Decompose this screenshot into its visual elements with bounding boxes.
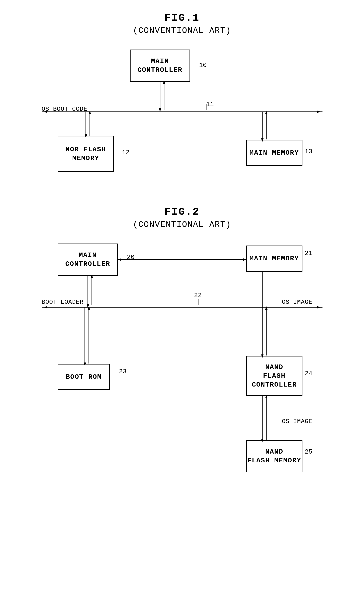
fig1-bus-label: 11 <box>206 101 214 108</box>
fig2-subtitle: (CONVENTIONAL ART) <box>16 220 348 230</box>
svg-marker-20 <box>87 304 89 308</box>
fig1-ref-13: 13 <box>305 148 312 155</box>
svg-marker-17 <box>117 258 121 261</box>
fig2-os-image-2-label: OS IMAGE <box>282 418 312 425</box>
svg-marker-24 <box>44 306 47 308</box>
fig2-title: FIG.2 <box>16 206 348 218</box>
fig2-boot-loader-label: BOOT LOADER <box>42 299 84 306</box>
page: FIG.1 (CONVENTIONAL ART) MAINCONTROLLER … <box>0 0 364 496</box>
fig2-main-memory-box: MAIN MEMORY <box>246 246 302 272</box>
fig1-diagram: MAINCONTROLLER 10 NOR FLASHMEMORY 12 MAI… <box>42 50 323 186</box>
fig2-os-image-1-label: OS IMAGE <box>282 299 312 306</box>
fig2-ref-20: 20 <box>127 254 135 261</box>
fig2-bus-label: 22 <box>194 292 202 299</box>
fig1-section: FIG.1 (CONVENTIONAL ART) MAINCONTROLLER … <box>16 12 348 186</box>
svg-marker-6 <box>317 110 321 113</box>
fig1-title: FIG.1 <box>16 12 348 24</box>
fig1-main-controller-box: MAINCONTROLLER <box>130 50 190 82</box>
svg-marker-25 <box>317 306 321 308</box>
svg-marker-1 <box>159 108 161 112</box>
fig2-nand-flash-mem-box: NANDFLASH MEMORY <box>246 440 302 472</box>
fig2-boot-rom-box: BOOT ROM <box>58 364 110 390</box>
fig2-section: FIG.2 (CONVENTIONAL ART) MAINCONTROLLER … <box>16 206 348 484</box>
fig2-ref-25: 25 <box>305 448 312 456</box>
svg-marker-34 <box>265 306 267 310</box>
fig2-diagram: MAINCONTROLLER 20 MAIN MEMORY 21 BOOT RO… <box>42 243 323 484</box>
fig2-ref-23: 23 <box>119 368 126 375</box>
fig1-main-memory-box: MAIN MEMORY <box>246 140 302 166</box>
fig2-main-controller-box: MAINCONTROLLER <box>58 243 118 276</box>
fig1-ref-10: 10 <box>199 62 207 69</box>
svg-marker-10 <box>89 111 91 114</box>
fig1-nor-flash-box: NOR FLASHMEMORY <box>58 136 114 172</box>
fig2-ref-24: 24 <box>305 370 312 377</box>
fig2-ref-21: 21 <box>305 249 312 257</box>
fig2-nand-flash-ctrl-box: NANDFLASHCONTROLLER <box>246 356 302 396</box>
fig1-os-boot-code-label: OS BOOT CODE <box>42 106 87 113</box>
fig1-ref-12: 12 <box>122 149 130 156</box>
fig1-subtitle: (CONVENTIONAL ART) <box>16 26 348 35</box>
svg-marker-30 <box>88 306 90 310</box>
svg-marker-14 <box>265 111 267 114</box>
